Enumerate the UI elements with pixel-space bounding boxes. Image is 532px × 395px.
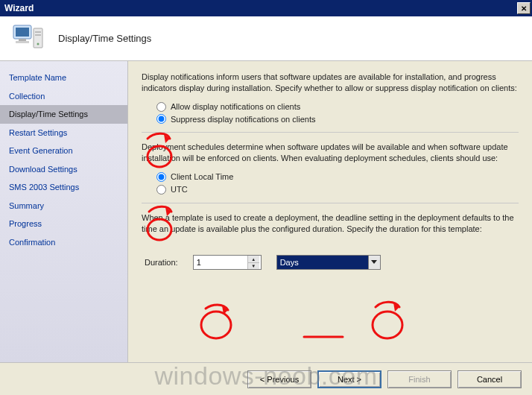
sidebar-item-summary[interactable]: Summary <box>0 197 127 215</box>
label-client-local-time: Client Local Time <box>171 171 233 183</box>
svg-rect-1 <box>16 28 29 37</box>
sidebar-item-restart-settings[interactable]: Restart Settings <box>0 124 127 142</box>
main-panel: Display notifications inform users that … <box>128 61 532 362</box>
duration-unit-combo[interactable]: Days <box>276 255 381 270</box>
radio-utc[interactable] <box>156 185 166 195</box>
radio-client-local-time[interactable] <box>156 172 166 182</box>
svg-point-7 <box>37 42 39 45</box>
sidebar: Template Name Collection Display/Time Se… <box>0 61 128 362</box>
spinner-down-icon[interactable]: ▼ <box>248 263 259 270</box>
separator <box>142 203 519 203</box>
title-bar: Wizard ✕ <box>0 0 532 16</box>
duration-input[interactable] <box>194 256 247 269</box>
duration-spinner[interactable]: ▲ ▼ <box>193 255 262 270</box>
label-utc: UTC <box>171 184 188 195</box>
sidebar-item-collection[interactable]: Collection <box>0 87 127 106</box>
svg-rect-5 <box>35 31 41 33</box>
separator <box>142 132 519 133</box>
label-allow-notifications: Allow display notifications on clients <box>171 101 300 113</box>
sidebar-item-confirmation[interactable]: Confirmation <box>0 233 127 252</box>
duration-text: When a template is used to create a depl… <box>142 212 519 235</box>
finish-button[interactable]: Finish <box>387 370 452 388</box>
close-button[interactable]: ✕ <box>517 2 531 14</box>
svg-rect-2 <box>19 39 26 41</box>
close-icon: ✕ <box>521 4 527 13</box>
duration-unit-value: Days <box>277 256 368 269</box>
cancel-button[interactable]: Cancel <box>457 370 522 388</box>
sidebar-item-display-time-settings[interactable]: Display/Time Settings <box>0 105 127 124</box>
sidebar-item-event-generation[interactable]: Event Generation <box>0 142 127 160</box>
svg-rect-6 <box>35 34 41 36</box>
intro-text: Display notifications inform users that … <box>142 72 519 94</box>
duration-label: Duration: <box>145 257 178 268</box>
window-title: Wizard <box>4 3 34 13</box>
previous-button[interactable]: < Previous <box>247 370 311 388</box>
footer: < Previous Next > Finish Cancel <box>0 362 532 395</box>
computer-icon <box>12 22 45 55</box>
sidebar-item-progress[interactable]: Progress <box>0 215 127 233</box>
radio-suppress-notifications[interactable] <box>156 114 166 124</box>
sidebar-item-template-name[interactable]: Template Name <box>0 69 127 87</box>
sidebar-item-download-settings[interactable]: Download Settings <box>0 160 127 179</box>
sidebar-item-sms-2003-settings[interactable]: SMS 2003 Settings <box>0 178 127 197</box>
radio-allow-notifications[interactable] <box>156 102 166 112</box>
schedule-text: Deployment schedules determine when soft… <box>142 142 519 164</box>
spinner-up-icon[interactable]: ▲ <box>248 256 259 263</box>
next-button[interactable]: Next > <box>317 370 381 388</box>
chevron-down-icon[interactable] <box>368 256 380 269</box>
label-suppress-notifications: Suppress display notifications on client… <box>171 114 315 125</box>
banner: Display/Time Settings <box>0 16 532 61</box>
page-title: Display/Time Settings <box>58 33 151 44</box>
svg-rect-3 <box>16 41 29 43</box>
svg-marker-8 <box>371 260 377 264</box>
